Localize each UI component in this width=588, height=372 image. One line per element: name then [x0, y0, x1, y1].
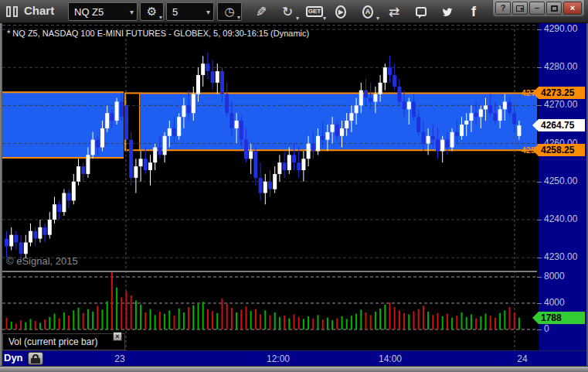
volume-bar [260, 314, 261, 329]
candle-body [407, 101, 411, 109]
volume-bar [164, 314, 165, 329]
candle-body [43, 227, 47, 235]
volume-bar [312, 319, 314, 329]
candle-body [479, 109, 483, 117]
toolbar: Chart NQ Z5 ▾ ⚙ ▾ 5 ▾ ◷ ▾ ✎ ↻ ▾ GET ▾ ▶ [0, 0, 588, 23]
axis-tick-label: 4280.00 [544, 61, 577, 72]
close-icon[interactable]: × [113, 332, 122, 341]
volume-bar [20, 320, 22, 329]
candle-body [427, 136, 430, 144]
candle-body [292, 155, 296, 162]
redo-icon: ↻ [282, 4, 293, 20]
volume-bar [168, 310, 170, 329]
candle-body [144, 159, 148, 170]
volume-bar [288, 319, 290, 329]
volume-bar [44, 319, 46, 329]
lock-button[interactable] [28, 352, 43, 365]
volume-bar [403, 313, 405, 329]
get-data-button[interactable]: GET ▾ [304, 3, 325, 20]
volume-bar [198, 304, 199, 329]
volume-bar [418, 309, 420, 329]
volume-bar [284, 316, 285, 329]
volume-bar [116, 288, 117, 329]
candle-body [182, 105, 185, 117]
twitter-share-button[interactable] [437, 3, 457, 20]
chart-plot-area[interactable]: * NQ Z5, NASDAQ 100 E-MINI FUTURES - GLO… [2, 25, 537, 350]
time-axis[interactable]: Dyn 2312:0014:0024 [2, 350, 586, 366]
chevron-down-icon[interactable]: ▾ [125, 8, 134, 16]
axis-tick-label: 4230.00 [544, 251, 577, 262]
candle-body [273, 174, 277, 189]
candle-body [24, 243, 28, 254]
candle-body [100, 128, 104, 148]
draw-tool-button[interactable]: ✎ [251, 3, 271, 20]
chat-button[interactable] [411, 3, 431, 20]
volume-bar [466, 317, 467, 329]
candle-body [287, 155, 291, 170]
candle-body [283, 162, 287, 170]
candle-body [158, 148, 161, 155]
candle-body [359, 90, 363, 106]
close-button[interactable]: × [563, 2, 582, 15]
volume-bar [73, 310, 74, 329]
candle-body [124, 105, 128, 139]
axis-tick-label: 8000 [544, 271, 565, 282]
reload-button[interactable]: ↻ ▾ [277, 3, 297, 20]
time-interval-button[interactable]: ◷ ▾ [217, 2, 242, 21]
candle-body [235, 121, 239, 128]
volume-bar [274, 312, 276, 329]
volume-bar [370, 315, 372, 329]
popout-button[interactable]: ▾ [512, 2, 528, 15]
dyn-label[interactable]: Dyn [4, 352, 23, 363]
candle-body [364, 90, 368, 98]
candle-body [115, 101, 119, 121]
chevron-down-icon[interactable]: ▾ [202, 8, 210, 16]
candle-body [76, 166, 80, 182]
candle-body [474, 113, 478, 117]
facebook-share-button[interactable]: f [464, 3, 484, 20]
candle-body [436, 140, 440, 152]
candle-body [268, 182, 272, 189]
candle-body [488, 105, 492, 113]
candle-body [335, 125, 339, 136]
volume-bar [270, 315, 271, 329]
volume-bar [188, 307, 189, 329]
symbol-settings-button[interactable]: ⚙ ▾ [140, 2, 164, 21]
price-tag: 4258.25 [532, 144, 585, 156]
candle-body [38, 227, 42, 239]
volume-bar [447, 314, 448, 329]
candle-body [373, 94, 377, 102]
candle-body [388, 67, 392, 75]
minimize-button[interactable]: – [529, 2, 545, 15]
replay-button[interactable]: ▶ [331, 3, 351, 20]
volume-bar [379, 309, 381, 329]
volume-bar [346, 319, 348, 329]
candle-body [416, 117, 420, 132]
candle-body [331, 125, 335, 132]
candle-body [81, 166, 85, 174]
candle-body [211, 71, 215, 83]
volume-bar [121, 297, 122, 329]
help-button[interactable]: ? [495, 2, 511, 15]
alerts-button[interactable]: A ▾ [358, 3, 378, 20]
volume-bar [303, 319, 304, 329]
candle-body [301, 159, 305, 170]
candle-body [244, 140, 248, 159]
volume-bar [298, 317, 300, 329]
volume-bar [87, 309, 89, 329]
volume-bar [216, 313, 218, 329]
volume-bar [509, 307, 511, 329]
link-button[interactable]: ⇄ [384, 3, 404, 20]
volume-bar [231, 308, 233, 329]
volume-bar [126, 292, 127, 329]
volume-bar [30, 319, 32, 329]
maximize-button[interactable] [546, 2, 562, 15]
candle-body [493, 113, 497, 121]
a-circle-icon: A [362, 5, 373, 19]
candle-body [177, 117, 181, 136]
twitter-icon [442, 6, 453, 18]
price-axis[interactable]: 4290.004280.004270.004260.004250.004240.… [539, 23, 586, 366]
candle-body [297, 162, 301, 170]
interval-combobox[interactable]: 5 ▾ [166, 2, 214, 21]
symbol-combobox[interactable]: NQ Z5 ▾ [68, 2, 138, 21]
